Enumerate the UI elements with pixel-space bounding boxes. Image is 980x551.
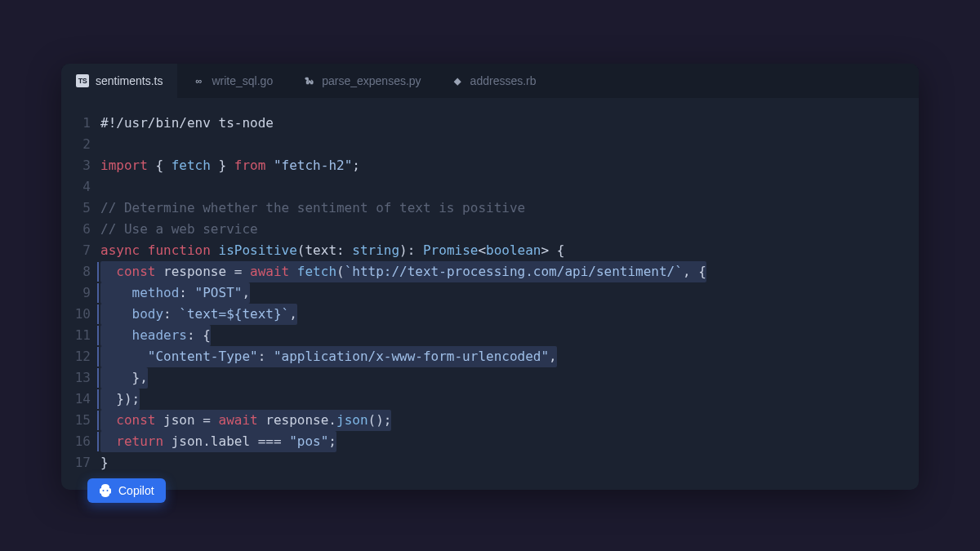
tab-label: parse_expenses.py [322,74,421,87]
code-token: (); [368,412,392,428]
line-number: 9 [61,282,91,304]
code-token: } [211,158,234,173]
code-token: function [148,242,211,258]
tab-bar: TSsentiments.ts∞write_sql.go🐍︎parse_expe… [61,64,919,98]
code-token: Promise [423,242,478,258]
tab-write_sql-go[interactable]: ∞write_sql.go [177,64,287,98]
line-number: 4 [61,176,91,198]
code-line: headers: { [100,325,902,346]
code-token: , [242,285,250,300]
line-number: 12 [61,346,91,367]
code-line: }); [100,389,902,410]
code-token: , [549,349,557,364]
code-token: await [250,264,289,279]
code-token: method [132,285,180,300]
code-token: response. [258,412,336,428]
go-icon: ∞ [192,74,205,87]
copilot-button[interactable]: Copilot [87,478,166,503]
code-line: } [100,452,902,473]
code-token: headers [132,327,187,343]
code-token: `text=${text}` [179,306,289,322]
code-token: async [100,242,140,258]
code-line: body: `text=${text}`, [100,304,902,325]
code-token: : { [187,327,211,343]
code-token: ; [328,433,336,449]
code-token: from [234,158,266,173]
code-token: json [336,412,368,428]
code-token: ( [336,264,345,279]
copilot-label: Copilot [118,484,154,497]
code-token: // Determine whether the sentiment of te… [100,200,525,216]
code-token [100,264,116,279]
tab-parse_expenses-py[interactable]: 🐍︎parse_expenses.py [287,64,435,98]
code-token: const [116,264,155,279]
copilot-icon [99,484,112,497]
ruby-icon: ◆ [451,74,464,87]
typescript-icon: TS [76,74,89,87]
code-token: return [116,433,163,449]
code-token: , { [683,264,706,279]
code-token: json = [155,412,218,428]
code-line: method: "POST", [100,282,902,304]
code-token: response = [155,264,250,279]
code-token [100,306,132,322]
code-token: boolean [486,242,541,258]
line-number: 10 [61,304,91,325]
code-token [211,242,219,258]
code-token: }, [100,370,148,385]
code-token: "pos" [289,433,328,449]
code-token: "POST" [195,285,243,300]
code-token [100,412,116,428]
code-line: const json = await response.json(); [100,410,902,431]
highlight-bar [97,432,99,451]
tab-label: sentiments.ts [96,74,163,87]
line-number: 1 [61,113,91,134]
code-line: return json.label === "pos"; [100,431,902,452]
code-area: 1234567891011121314151617 #!/usr/bin/env… [61,98,919,490]
tab-addresses-rb[interactable]: ◆addresses.rb [436,64,551,98]
code-line: }, [100,367,902,389]
code-token [100,327,132,343]
code-line: "Content-Type": "application/x-www-form-… [100,346,902,367]
code-line: const response = await fetch(`http://tex… [100,261,902,282]
line-number: 8 [61,261,91,282]
code-token: ; [352,158,360,173]
code-token: "Content-Type" [148,349,258,364]
code-line [100,176,902,198]
code-token: "fetch-h2" [274,158,352,173]
line-number: 7 [61,240,91,261]
code-token: }); [100,391,140,407]
line-number: 17 [61,452,91,473]
line-number: 16 [61,431,91,452]
code-token: isPositive [219,242,297,258]
code-token: (text: [297,242,352,258]
tab-sentiments-ts[interactable]: TSsentiments.ts [61,64,177,98]
code-token: import [100,158,148,173]
code-line: #!/usr/bin/env ts-node [100,113,902,134]
line-number: 15 [61,410,91,431]
line-number: 3 [61,155,91,176]
line-number: 13 [61,367,91,389]
code-content[interactable]: #!/usr/bin/env ts-nodeimport { fetch } f… [100,113,919,473]
line-number: 2 [61,134,91,155]
code-token: const [116,412,155,428]
code-line: async function isPositive(text: string):… [100,240,902,261]
code-line: // Determine whether the sentiment of te… [100,198,902,219]
code-token [100,285,132,300]
line-number: 11 [61,325,91,346]
code-token [140,242,148,258]
code-token: fetch [172,158,211,173]
highlight-bar [97,283,99,303]
python-icon: 🐍︎ [302,74,315,87]
line-number: 6 [61,219,91,240]
tab-label: addresses.rb [470,74,537,87]
line-number: 14 [61,389,91,410]
code-token: > { [541,242,565,258]
highlight-bar [97,304,99,324]
highlight-bar [97,368,99,388]
code-token: await [219,412,258,428]
highlight-bar [97,411,99,430]
code-token: : [163,306,179,322]
code-token: fetch [297,264,336,279]
line-number-gutter: 1234567891011121314151617 [61,113,100,473]
